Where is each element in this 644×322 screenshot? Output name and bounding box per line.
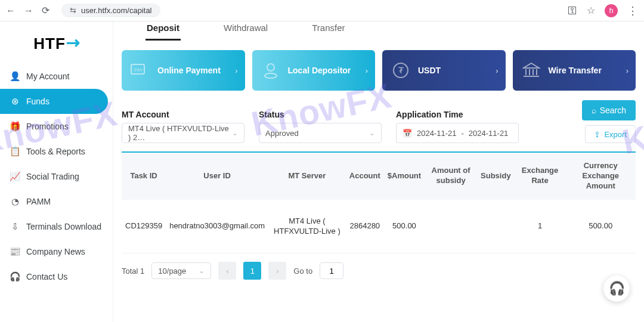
export-icon: ⇪ [594, 130, 600, 139]
sidebar-item-contact-us[interactable]: 🎧Contact Us [0, 264, 113, 289]
key-icon[interactable]: ⚿ [568, 5, 577, 16]
next-page-button[interactable]: › [268, 262, 286, 280]
profile-avatar[interactable]: h [605, 4, 618, 17]
reload-icon[interactable]: ⟳ [42, 5, 49, 16]
payment-method-cards: PAY Online Payment › Local Depositor › ₮… [122, 50, 636, 91]
mt-account-select[interactable]: MT4 Live ( HTFXVULTD-Live ) 2… ⌄ [122, 123, 244, 143]
pagination: Total 1 10/page ⌄ ‹ 1 › Go to [122, 262, 636, 280]
download-icon: ⇩ [10, 221, 20, 232]
sidebar-item-tools-reports[interactable]: 📋Tools & Reports [0, 139, 113, 164]
card-label: USDT [418, 66, 441, 76]
export-button[interactable]: ⇪ Export [585, 125, 636, 143]
mt-account-value: MT4 Live ( HTFXVULTD-Live ) 2… [128, 124, 232, 142]
results-table: Task ID User ID MT Server Account $Amoun… [122, 151, 636, 253]
funds-icon: ⊛ [10, 96, 20, 107]
search-button-label: Search [600, 106, 626, 115]
card-label: Local Depositor [288, 66, 351, 76]
cell-currency-exchange-amount: 500.00 [565, 200, 636, 253]
search-button[interactable]: ⌕ Search [582, 100, 636, 120]
sidebar-item-label: Funds [26, 97, 49, 106]
chevron-right-icon: › [235, 66, 237, 75]
date-range-picker[interactable]: 📅 2024-11-21 - 2024-11-21 [396, 123, 519, 143]
date-to: 2024-11-21 [469, 129, 509, 138]
pie-icon: ◔ [10, 196, 20, 207]
tab-deposit[interactable]: Deposit [145, 23, 181, 41]
goto-label: Go to [293, 267, 312, 275]
th-subsidy: Subsidy [477, 153, 515, 200]
cell-amount-subsidy [425, 200, 477, 253]
browser-chrome: ← → ⟳ ⇆ user.htfx.com/capital ⚿ ☆ h ⋮ [0, 0, 644, 21]
card-label: Wire Transfer [549, 66, 602, 76]
status-label: Status [259, 110, 382, 119]
sidebar-item-label: Company News [26, 247, 85, 256]
browser-menu-icon[interactable]: ⋮ [627, 4, 638, 17]
cell-mt-server: MT4 Live ( HTFXVULTD-Live ) [268, 200, 346, 253]
sidebar-item-promotions[interactable]: 🎁Promotions [0, 114, 113, 139]
bank-icon [521, 60, 541, 80]
sidebar-item-terminals-download[interactable]: ⇩Terminals Download [0, 214, 113, 239]
table-header-row: Task ID User ID MT Server Account $Amoun… [122, 153, 636, 200]
card-label: Online Payment [157, 66, 221, 76]
usdt-icon: ₮ [391, 60, 411, 80]
tab-transfer[interactable]: Transfer [311, 23, 346, 41]
mt-account-label: MT Account [122, 110, 244, 119]
cell-account: 2864280 [346, 200, 384, 253]
sidebar-item-pamm[interactable]: ◔PAMM [0, 189, 113, 214]
total-count: Total 1 [122, 267, 144, 275]
user-icon: 👤 [10, 71, 20, 82]
sidebar-item-company-news[interactable]: 📰Company News [0, 239, 113, 264]
th-amount: $Amount [384, 153, 425, 200]
th-user-id: User ID [166, 153, 268, 200]
logo: HTF↗ [0, 27, 113, 64]
date-from: 2024-11-21 [417, 129, 457, 138]
chart-icon: 📈 [10, 171, 20, 182]
card-local-depositor[interactable]: Local Depositor › [252, 50, 376, 91]
svg-point-2 [267, 64, 274, 71]
svg-text:₮: ₮ [398, 66, 404, 75]
clipboard-icon: 📋 [10, 146, 20, 157]
date-sep: - [462, 129, 464, 138]
card-online-payment[interactable]: PAY Online Payment › [122, 50, 245, 91]
th-mt-server: MT Server [268, 153, 346, 200]
cell-amount: 500.00 [384, 200, 425, 253]
depositor-icon [261, 60, 281, 80]
cell-user-id: hendratno3003@gmail.com [166, 200, 268, 253]
search-icon: ⌕ [592, 106, 596, 115]
application-time-label: Application Time [396, 110, 519, 119]
svg-text:PAY: PAY [134, 67, 143, 73]
th-task-id: Task ID [122, 153, 166, 200]
chevron-down-icon: ⌄ [232, 129, 238, 137]
sidebar-item-label: My Account [26, 72, 69, 81]
sidebar: HTF↗ 👤My Account ⊛Funds 🎁Promotions 📋Too… [0, 21, 113, 322]
card-wire-transfer[interactable]: Wire Transfer › [513, 50, 636, 91]
deposit-tabs: Deposit Withdrawal Transfer [122, 21, 636, 41]
cell-exchange-rate: 1 [515, 200, 566, 253]
pay-icon: PAY [130, 60, 150, 80]
bookmark-icon[interactable]: ☆ [587, 5, 595, 16]
th-currency-exchange-amount: Currency Exchange Amount [565, 153, 636, 200]
sidebar-item-social-trading[interactable]: 📈Social Trading [0, 164, 113, 189]
sidebar-item-funds[interactable]: ⊛Funds [0, 89, 108, 114]
sidebar-item-label: Contact Us [26, 272, 67, 281]
back-icon[interactable]: ← [6, 5, 16, 16]
forward-icon[interactable]: → [24, 5, 33, 16]
headset-icon: 🎧 [609, 281, 625, 296]
prev-page-button[interactable]: ‹ [218, 262, 236, 280]
page-number-button[interactable]: 1 [243, 262, 261, 280]
page-size-select[interactable]: 10/page ⌄ [151, 262, 211, 279]
sidebar-item-my-account[interactable]: 👤My Account [0, 64, 113, 89]
address-bar[interactable]: ⇆ user.htfx.com/capital [61, 4, 160, 17]
headset-icon: 🎧 [10, 271, 20, 282]
sidebar-item-label: Terminals Download [26, 222, 101, 231]
sidebar-item-label: Promotions [26, 122, 69, 131]
card-usdt[interactable]: ₮ USDT › [382, 50, 506, 91]
goto-page-input[interactable] [320, 262, 343, 279]
status-select[interactable]: Approved ⌄ [259, 123, 382, 143]
filters-row: MT Account MT4 Live ( HTFXVULTD-Live ) 2… [122, 100, 636, 143]
svg-point-3 [265, 73, 277, 78]
table-row: CD129359 hendratno3003@gmail.com MT4 Liv… [122, 200, 636, 253]
support-chat-button[interactable]: 🎧 [603, 275, 630, 302]
news-icon: 📰 [10, 246, 20, 257]
chevron-down-icon: ⌄ [369, 129, 375, 137]
tab-withdrawal[interactable]: Withdrawal [222, 23, 269, 41]
